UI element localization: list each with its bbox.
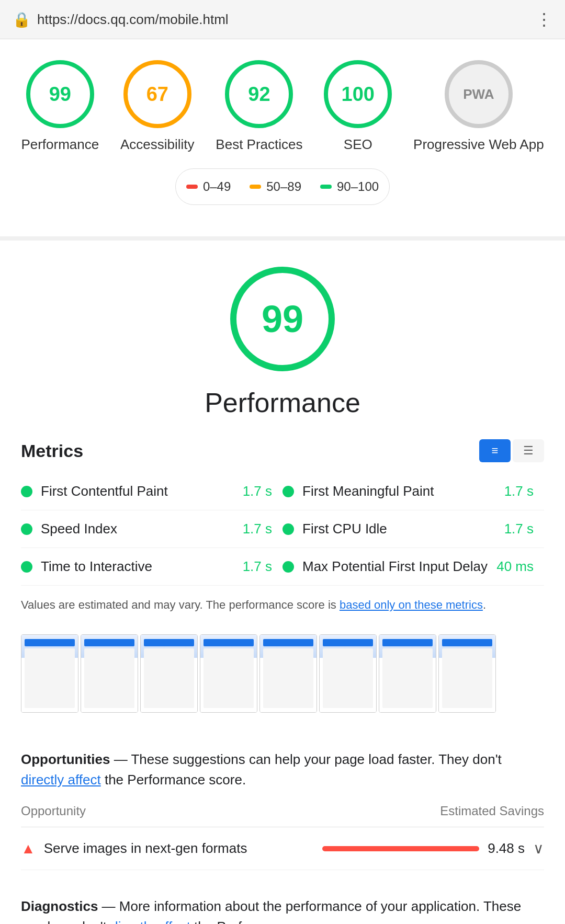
accessibility-circle: 67 [123,60,191,128]
diagnostics-section: Diagnostics — More information about the… [0,881,565,924]
metric-name-tti: Time to Interactive [41,558,234,575]
metric-dot-si [21,523,32,535]
metric-name-fcp: First Contentful Paint [41,483,234,499]
opportunity-row-1[interactable]: ▲ Serve images in next-gen formats 9.48 … [21,827,544,870]
legend-label-orange: 50–89 [266,179,301,194]
metrics-header: Metrics ≡ ☰ [21,439,544,462]
metric-value-si: 1.7 s [243,521,282,537]
score-card-best-practices[interactable]: 92 Best Practices [216,60,302,153]
opportunities-description: Opportunities — These suggestions can he… [21,744,544,795]
best-practices-label: Best Practices [216,136,302,153]
metric-fmp: First Meaningful Paint 1.7 s [282,483,544,499]
opp-name-1: Serve images in next-gen formats [44,840,314,857]
metric-row-2: Speed Index 1.7 s First CPU Idle 1.7 s [21,510,544,548]
more-icon[interactable]: ⋮ [536,9,552,29]
score-card-pwa[interactable]: PWA Progressive Web App [413,60,544,153]
accessibility-label: Accessibility [120,136,195,153]
metric-fci: First CPU Idle 1.7 s [282,521,544,537]
metric-mpfid: Max Potential First Input Delay 40 ms [282,558,544,575]
main-score-value: 99 [262,298,303,340]
performance-label: Performance [21,136,99,153]
view-toggle: ≡ ☰ [479,439,544,462]
metric-dot-fci [282,523,294,535]
filmstrip-frame-3 [140,634,198,713]
performance-circle: 99 [26,60,94,128]
url-text[interactable]: https://docs.qq.com/mobile.html [37,12,229,28]
legend: 0–49 50–89 90–100 [175,168,390,205]
metric-value-fcp: 1.7 s [243,483,282,499]
filmstrip-frame-8 [438,634,496,713]
score-card-seo[interactable]: 100 SEO [324,60,392,153]
opp-bar-1 [322,846,479,851]
divider [0,236,565,241]
filmstrip-frame-7 [379,634,436,713]
scores-row: 99 Performance 67 Accessibility 92 Best … [0,39,565,163]
pwa-circle: PWA [445,60,513,128]
metrics-note: Values are estimated and may vary. The p… [21,586,544,619]
grid-view-button[interactable]: ≡ [479,439,511,462]
legend-orange: 50–89 [250,179,301,194]
list-view-button[interactable]: ☰ [513,439,544,462]
legend-dot-green [320,185,332,189]
opp-bar-container-1: 9.48 s [322,840,525,857]
legend-label-green: 90–100 [337,179,379,194]
lock-icon: 🔒 [13,11,31,28]
filmstrip-frame-5 [259,634,317,713]
metric-name-mpfid: Max Potential First Input Delay [302,558,488,575]
metric-si: Speed Index 1.7 s [21,521,282,537]
metrics-note-link[interactable]: based only on these metrics [340,598,483,611]
metric-name-si: Speed Index [41,521,234,537]
opportunities-link[interactable]: directly affect [21,772,101,788]
legend-green: 90–100 [320,179,379,194]
metric-dot-mpfid [282,561,294,573]
metric-row-3: Time to Interactive 1.7 s Max Potential … [21,548,544,586]
metric-dot-fmp [282,486,294,497]
metric-value-fci: 1.7 s [504,521,544,537]
score-card-performance[interactable]: 99 Performance [21,60,99,153]
metric-value-mpfid: 40 ms [496,558,544,575]
metric-name-fci: First CPU Idle [302,521,496,537]
address-bar: 🔒 https://docs.qq.com/mobile.html ⋮ [0,0,565,39]
opportunities-title: Opportunities [21,751,110,767]
filmstrip [21,629,544,718]
metric-value-tti: 1.7 s [243,558,282,575]
seo-label: SEO [344,136,372,153]
warning-icon-1: ▲ [21,840,36,857]
metric-fcp: First Contentful Paint 1.7 s [21,483,282,499]
filmstrip-frame-4 [200,634,257,713]
metrics-title: Metrics [21,441,83,461]
savings-col-header: Estimated Savings [440,804,544,818]
main-score-circle: 99 [230,267,335,371]
opportunities-table-header: Opportunity Estimated Savings [21,795,544,827]
opportunity-col-header: Opportunity [21,804,86,818]
main-score-section: 99 Performance [0,241,565,429]
legend-red: 0–49 [186,179,231,194]
score-card-accessibility[interactable]: 67 Accessibility [120,60,195,153]
opp-time-1: 9.48 s [488,840,525,857]
filmstrip-frame-2 [81,634,138,713]
metric-dot-fcp [21,486,32,497]
pwa-label: Progressive Web App [413,136,544,153]
metric-value-fmp: 1.7 s [504,483,544,499]
metric-name-fmp: First Meaningful Paint [302,483,496,499]
metric-dot-tti [21,561,32,573]
filmstrip-frame-6 [319,634,377,713]
legend-label-red: 0–49 [203,179,231,194]
seo-circle: 100 [324,60,392,128]
metric-row-1: First Contentful Paint 1.7 s First Meani… [21,473,544,510]
diagnostics-title: Diagnostics [21,898,98,914]
opportunities-section: Opportunities — These suggestions can he… [0,734,565,881]
legend-dot-orange [250,185,261,189]
diagnostics-description: Diagnostics — More information about the… [21,891,544,924]
filmstrip-frame-1 [21,634,78,713]
legend-dot-red [186,185,198,189]
diagnostics-link[interactable]: directly affect [110,919,190,924]
chevron-icon-1[interactable]: ∨ [533,840,544,857]
best-practices-circle: 92 [225,60,293,128]
main-score-label: Performance [205,387,360,418]
metric-tti: Time to Interactive 1.7 s [21,558,282,575]
metrics-section: Metrics ≡ ☰ First Contentful Paint 1.7 s… [0,429,565,629]
